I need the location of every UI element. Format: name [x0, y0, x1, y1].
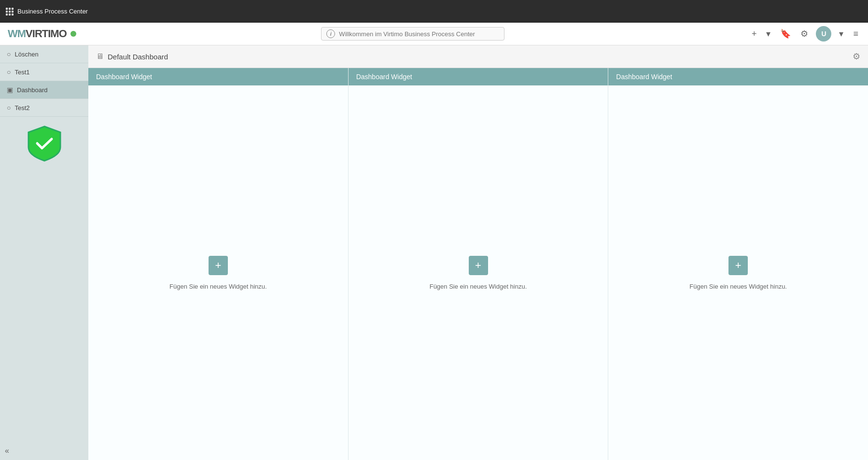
content-area: 🖥 Default Dashboard ⚙: [88, 45, 868, 460]
logo-virtimo: VIRTIMO: [26, 28, 67, 40]
virtimo-logo: WMVIRTIMO: [8, 28, 76, 40]
widget-3-title: Dashboard Widget: [616, 73, 672, 81]
chevron-down-user-icon: ▾: [839, 28, 843, 39]
logo-wm: WM: [8, 28, 26, 40]
bookmark-icon: 🔖: [780, 28, 791, 39]
plus-icon: +: [215, 259, 221, 272]
sidebar-item-dashboard[interactable]: ▣ Dashboard: [0, 81, 88, 99]
app-header: Business Process Center: [0, 0, 868, 23]
search-input[interactable]: [339, 30, 499, 38]
add-widget-1-button[interactable]: +: [209, 256, 228, 275]
widget-3-body: + Fügen Sie ein neues Widget hinzu.: [608, 85, 868, 460]
shield-badge-icon: [28, 125, 61, 162]
main-layout: ○ Löschen ○ Test1 ▣ Dashboard ○ Test2: [0, 45, 868, 460]
add-button[interactable]: +: [750, 28, 759, 40]
gear-settings-icon: ⚙: [853, 52, 860, 61]
dashboard-content: Dashboard Widget + Fügen Sie ein neues W…: [88, 68, 868, 460]
sidebar-item-label: Dashboard: [17, 86, 48, 94]
app-title: Business Process Center: [17, 8, 88, 15]
add-widget-2-button[interactable]: +: [469, 256, 488, 275]
widget-1-header: Dashboard Widget: [88, 68, 348, 85]
monitor-icon: ▣: [7, 86, 13, 94]
settings-button[interactable]: ⚙: [798, 28, 810, 40]
widget-2-header: Dashboard Widget: [349, 68, 608, 85]
toolbar-right: + ▾ 🔖 ⚙ U ▾ ≡: [750, 26, 860, 42]
sidebar-item-label: Löschen: [14, 51, 38, 58]
widget-1-title: Dashboard Widget: [96, 73, 152, 81]
sidebar: ○ Löschen ○ Test1 ▣ Dashboard ○ Test2: [0, 45, 88, 460]
gear-icon: ⚙: [800, 28, 808, 39]
hamburger-icon: ≡: [853, 29, 858, 39]
content-settings-button[interactable]: ⚙: [853, 51, 860, 62]
search-bar[interactable]: i: [321, 27, 504, 41]
circle-icon: ○: [7, 50, 11, 58]
user-avatar[interactable]: U: [816, 26, 831, 42]
info-icon: i: [326, 29, 335, 38]
widget-column-1: Dashboard Widget + Fügen Sie ein neues W…: [88, 68, 349, 460]
add-widget-3-button[interactable]: +: [728, 256, 748, 275]
sidebar-item-test2[interactable]: ○ Test2: [0, 99, 88, 117]
widget-2-empty-text: Fügen Sie ein neues Widget hinzu.: [430, 283, 527, 290]
toolbar: WMVIRTIMO i + ▾ 🔖 ⚙ U ▾ ≡: [0, 23, 868, 45]
widget-2-title: Dashboard Widget: [356, 73, 412, 81]
add-icon: +: [752, 29, 757, 39]
notification-badge: [0, 117, 88, 170]
sidebar-item-loeschen[interactable]: ○ Löschen: [0, 45, 88, 63]
sidebar-item-label: Test2: [14, 104, 29, 112]
chevron-down-icon: ▾: [766, 28, 770, 39]
circle-icon: ○: [7, 104, 11, 112]
badge-container: [28, 126, 61, 160]
toolbar-left: WMVIRTIMO: [8, 28, 76, 40]
app-title-area: Business Process Center: [6, 8, 88, 15]
page-title: Default Dashboard: [108, 53, 168, 61]
dashboard-grid: Dashboard Widget + Fügen Sie ein neues W…: [88, 68, 868, 460]
widget-1-body: + Fügen Sie ein neues Widget hinzu.: [88, 85, 348, 460]
plus-icon: +: [735, 259, 742, 272]
sidebar-item-label: Test1: [14, 69, 29, 76]
widget-1-empty-text: Fügen Sie ein neues Widget hinzu.: [169, 283, 267, 290]
sidebar-item-test1[interactable]: ○ Test1: [0, 63, 88, 81]
widget-3-header: Dashboard Widget: [608, 68, 868, 85]
grid-icon: [6, 8, 14, 15]
connection-status-dot: [70, 31, 76, 37]
monitor-icon: 🖥: [96, 52, 104, 61]
dropdown-arrow-button[interactable]: ▾: [764, 28, 772, 40]
plus-icon: +: [475, 259, 481, 272]
widget-2-body: + Fügen Sie ein neues Widget hinzu.: [349, 85, 608, 460]
collapse-icon: «: [5, 446, 9, 455]
menu-button[interactable]: ≡: [851, 28, 860, 40]
widget-column-2: Dashboard Widget + Fügen Sie ein neues W…: [349, 68, 609, 460]
avatar-initials: U: [821, 30, 826, 38]
content-header: 🖥 Default Dashboard ⚙: [88, 45, 868, 68]
content-title-area: 🖥 Default Dashboard: [96, 52, 168, 61]
sidebar-collapse-button[interactable]: «: [5, 446, 9, 455]
widget-3-empty-text: Fügen Sie ein neues Widget hinzu.: [689, 283, 787, 290]
widget-column-3: Dashboard Widget + Fügen Sie ein neues W…: [608, 68, 868, 460]
circle-icon: ○: [7, 68, 11, 76]
logo-text: WMVIRTIMO: [8, 28, 67, 40]
user-dropdown-button[interactable]: ▾: [837, 28, 845, 40]
bookmark-button[interactable]: 🔖: [778, 28, 793, 40]
